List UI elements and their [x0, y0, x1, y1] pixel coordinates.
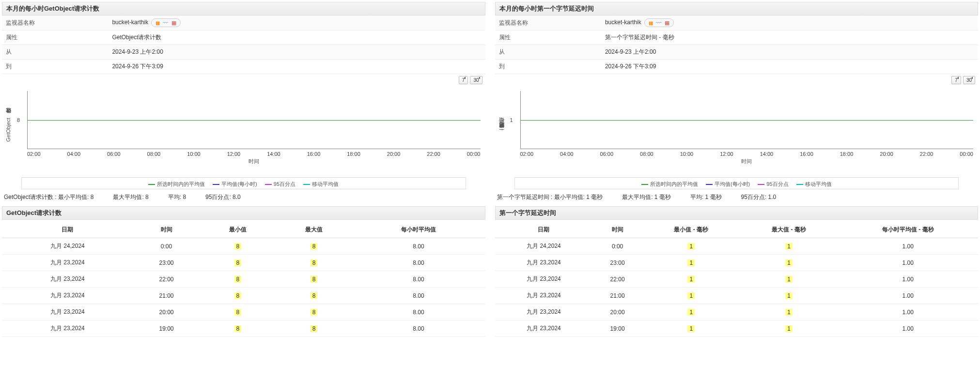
info-value: 2024-9-23 上午2:00 [108, 45, 485, 60]
highlighted-value: 8 [234, 309, 242, 316]
table-cell: 九月 23,2024 [495, 304, 593, 320]
legend-item[interactable]: 平均值(每小时) [213, 181, 257, 188]
table-cell: 8 [200, 304, 276, 320]
range-30-button[interactable]: 30 [963, 76, 975, 84]
x-axis-label: 时间 [520, 157, 974, 165]
legend-swatch-icon [213, 184, 219, 185]
info-label: 属性 [495, 30, 601, 45]
bar-chart-icon[interactable] [156, 19, 159, 26]
legend-item[interactable]: 95百分点 [758, 181, 788, 188]
table-cell: 8.00 [352, 255, 485, 271]
x-tick: 02:00 [27, 151, 41, 157]
legend-item[interactable]: 所选时间内的平均值 [641, 181, 698, 188]
table-cell: 8 [200, 288, 276, 304]
table-column-header[interactable]: 最小值 [200, 222, 276, 238]
highlighted-value: 1 [687, 292, 695, 299]
table-cell: 1.00 [838, 238, 978, 255]
legend-swatch-icon [796, 184, 803, 185]
highlighted-value: 1 [687, 325, 695, 332]
table-row[interactable]: 九月 23,202419:00888.00 [2, 320, 485, 337]
highlighted-value: 8 [311, 292, 318, 299]
table-cell: 1.00 [838, 255, 978, 271]
table-row[interactable]: 九月 23,202419:00111.00 [495, 320, 979, 337]
table-row[interactable]: 九月 23,202421:00111.00 [495, 288, 979, 304]
legend-item[interactable]: 95百分点 [265, 181, 296, 188]
bar-chart-icon[interactable] [649, 19, 653, 26]
highlighted-value: 1 [687, 259, 695, 266]
table-cell: 22:00 [592, 271, 642, 288]
chart-toolbar: 730 [495, 74, 979, 86]
chart-toolbar: 730 [2, 74, 485, 86]
table-row[interactable]: 九月 23,202420:00111.00 [495, 304, 979, 320]
table-column-header[interactable]: 最大值 - 毫秒 [740, 222, 838, 238]
table-column-header[interactable]: 最小值 - 毫秒 [642, 222, 740, 238]
plot-area[interactable]: 8 [27, 91, 481, 149]
table-cell: 23:00 [133, 255, 200, 271]
x-ticks: 02:0004:0006:0008:0010:0012:0014:0016:00… [27, 149, 481, 157]
table-column-header[interactable]: 每小时平均值 - 毫秒 [838, 222, 978, 238]
table-column-header[interactable]: 时间 [133, 222, 200, 238]
table-section-header: GetObject请求计数 [2, 206, 485, 220]
table-cell: 1 [642, 320, 740, 337]
highlighted-value: 1 [687, 243, 695, 250]
range-30-button[interactable]: 30 [470, 76, 482, 84]
x-tick: 16:00 [307, 151, 321, 157]
line-chart-icon[interactable] [163, 19, 168, 26]
table-cell: 1 [740, 320, 838, 337]
table-row[interactable]: 九月 23,202422:00111.00 [495, 271, 979, 288]
chart-type-icons[interactable] [151, 18, 181, 27]
table-column-header[interactable]: 日期 [495, 222, 593, 238]
table-cell: 九月 23,2024 [2, 320, 133, 337]
table-view-icon[interactable] [665, 19, 669, 26]
legend-swatch-icon [148, 184, 155, 185]
table-cell: 九月 23,2024 [495, 255, 593, 271]
stat-item: 第一个字节延迟时间 : 最小平均值: 1 毫秒 [497, 193, 603, 201]
table-cell: 九月 23,2024 [2, 304, 133, 320]
table-cell: 九月 23,2024 [2, 288, 133, 304]
legend-item[interactable]: 平均值(每小时) [706, 181, 750, 188]
table-row[interactable]: 九月 23,202423:00111.00 [495, 255, 979, 271]
info-value: 2024-9-26 下午3:09 [601, 60, 978, 74]
legend-item[interactable]: 所选时间内的平均值 [148, 181, 205, 188]
x-tick: 00:00 [467, 151, 481, 157]
table-cell: 20:00 [133, 304, 200, 320]
table-row[interactable]: 九月 24,20240:00111.00 [495, 238, 979, 255]
table-cell: 1 [642, 271, 740, 288]
info-value: 2024-9-23 上午2:00 [601, 45, 978, 60]
table-column-header[interactable]: 每小时平均值 [352, 222, 485, 238]
x-tick: 20:00 [880, 151, 893, 157]
highlighted-value: 1 [785, 325, 793, 332]
chart-legend: 所选时间内的平均值平均值(每小时)95百分点移动平均值 [21, 177, 466, 189]
range-7-button[interactable]: 7 [459, 76, 468, 84]
highlighted-value: 1 [785, 243, 793, 250]
table-row[interactable]: 九月 24,20240:00888.00 [2, 238, 485, 255]
legend-item[interactable]: 移动平均值 [796, 181, 832, 188]
table-cell: 8 [276, 288, 352, 304]
table-column-header[interactable]: 时间 [592, 222, 642, 238]
table-row[interactable]: 九月 23,202421:00888.00 [2, 288, 485, 304]
table-view-icon[interactable] [171, 19, 176, 26]
table-cell: 8 [276, 320, 352, 337]
highlighted-value: 1 [687, 276, 695, 283]
table-row[interactable]: 九月 23,202420:00888.00 [2, 304, 485, 320]
range-7-button[interactable]: 7 [951, 76, 961, 84]
stats-row: GetObject请求计数 : 最小平均值: 8最大平均值: 8平均: 895百… [2, 189, 485, 206]
line-chart-icon[interactable] [656, 19, 661, 26]
table-cell: 21:00 [592, 288, 642, 304]
table-cell: 1 [740, 304, 838, 320]
y-axis-label: GetObject请求计数 [5, 118, 12, 142]
table-row[interactable]: 九月 23,202422:00888.00 [2, 271, 485, 288]
legend-item[interactable]: 移动平均值 [303, 181, 339, 188]
table-cell: 九月 23,2024 [495, 320, 593, 337]
chart-area: GetObject请求计数802:0004:0006:0008:0010:001… [2, 86, 485, 173]
table-cell: 8 [276, 271, 352, 288]
highlighted-value: 1 [785, 259, 793, 266]
plot-area[interactable]: 1 [520, 91, 974, 149]
table-row[interactable]: 九月 23,202423:00888.00 [2, 255, 485, 271]
x-tick: 22:00 [920, 151, 933, 157]
series-line [521, 120, 974, 121]
chart-type-icons[interactable] [644, 18, 674, 27]
table-column-header[interactable]: 最大值 [276, 222, 352, 238]
stat-item: 最大平均值: 1 毫秒 [622, 193, 671, 201]
table-column-header[interactable]: 日期 [2, 222, 133, 238]
